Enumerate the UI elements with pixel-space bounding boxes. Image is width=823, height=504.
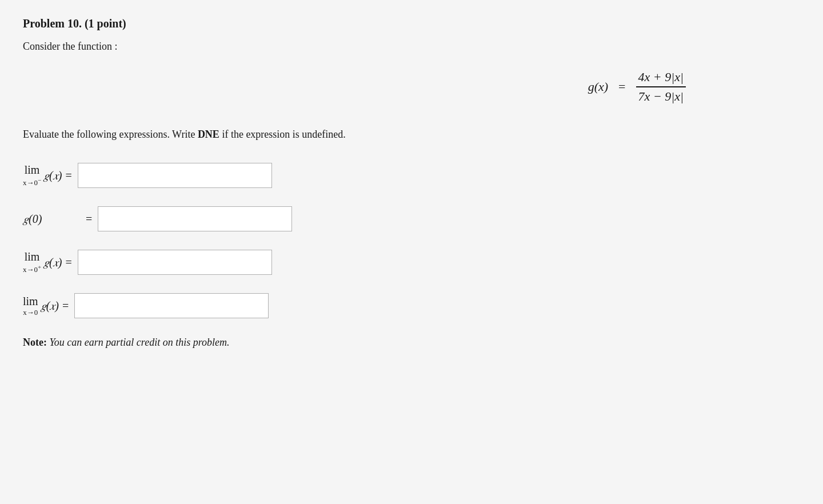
lim-right-word: lim: [25, 250, 40, 263]
function-equation: g(x) = 4x + 9|x| 7x − 9|x|: [588, 70, 686, 104]
lim-right-block: lim x→0+: [23, 250, 41, 274]
g0-equals: =: [86, 213, 92, 226]
lim-left-subscript: x→0−: [23, 177, 41, 187]
numerator: 4x + 9|x|: [636, 70, 686, 87]
denominator: 7x − 9|x|: [636, 87, 686, 104]
dne-label: DNE: [198, 129, 219, 140]
problem-title: Problem 10.: [23, 17, 82, 30]
lim-left-block: lim x→0−: [23, 163, 41, 187]
problem-points: (1 point): [85, 17, 126, 30]
expression-row-lim-right: lim x→0+ 𝑔(𝑥) =: [23, 250, 800, 275]
function-fraction: 4x + 9|x| 7x − 9|x|: [636, 70, 686, 104]
function-display: g(x) = 4x + 9|x| 7x − 9|x|: [23, 70, 800, 104]
function-lhs: g(x): [588, 79, 608, 94]
lim-right-gx: 𝑔(𝑥): [43, 256, 62, 269]
note-label: Note:: [23, 337, 47, 348]
lim-right-subscript: x→0+: [23, 263, 41, 274]
lim-two-sided-gx: 𝑔(𝑥): [41, 299, 59, 313]
instructions-part2: if the expression is undefined.: [219, 129, 346, 140]
lim-left-gx: 𝑔(𝑥): [43, 169, 62, 182]
g0-input[interactable]: [98, 206, 292, 231]
expression-row-g0: 𝑔(0) =: [23, 206, 800, 231]
problem-header: Problem 10. (1 point): [23, 17, 800, 30]
instructions: Evaluate the following expressions. Writ…: [23, 127, 800, 142]
lim-two-sided-equals: =: [62, 299, 69, 313]
lim-right-equals: =: [65, 256, 71, 269]
instructions-part1: Evaluate the following expressions. Writ…: [23, 129, 198, 140]
lim-two-sided-word: lim: [23, 295, 38, 308]
lim-two-sided-block: lim x→0: [23, 295, 38, 317]
lim-left-equals: =: [65, 169, 71, 182]
equals-sign: =: [618, 79, 625, 94]
expression-row-lim-left: lim x→0− 𝑔(𝑥) =: [23, 163, 800, 188]
lim-left-input[interactable]: [78, 163, 272, 188]
note-text: You can earn partial credit on this prob…: [47, 337, 230, 348]
note-section: Note: You can earn partial credit on thi…: [23, 337, 800, 349]
lim-left-word: lim: [25, 163, 40, 177]
g0-label: 𝑔(0): [23, 213, 80, 226]
consider-text: Consider the function :: [23, 41, 800, 53]
expression-row-lim-two-sided: lim x→0 𝑔(𝑥) =: [23, 293, 800, 318]
lim-two-sided-subscript: x→0: [23, 308, 38, 317]
lim-right-input[interactable]: [78, 250, 272, 275]
lim-two-sided-input[interactable]: [74, 293, 269, 318]
